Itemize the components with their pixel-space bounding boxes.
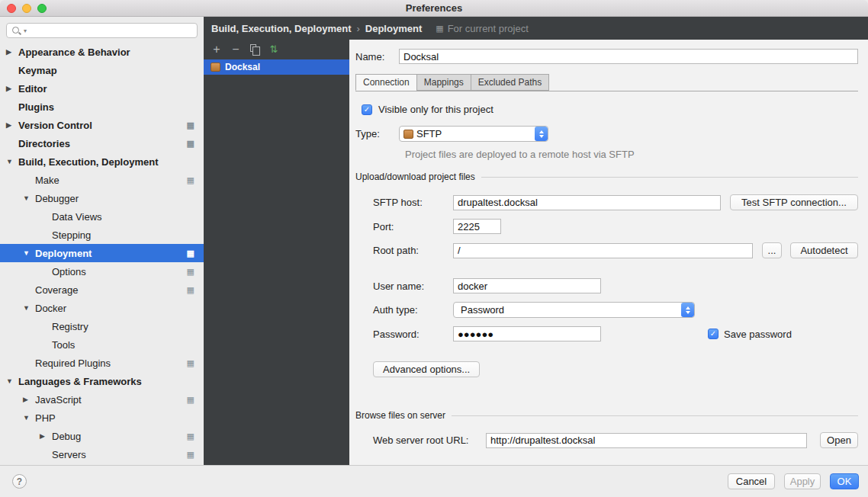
for-current-project-label: For current project [448, 23, 529, 34]
sidebar-item-label: Directories [18, 138, 70, 149]
preferences-window: Preferences ▾ ▶Appearance & BehaviorKeym… [0, 0, 868, 497]
autodetect-button[interactable]: Autodetect [790, 242, 858, 258]
breadcrumb-deployment[interactable]: Deployment [365, 23, 422, 34]
server-item-label: Docksal [225, 62, 260, 72]
sidebar-item-label: PHP [35, 412, 56, 424]
tab-excluded-paths[interactable]: Excluded Paths [471, 74, 549, 91]
sidebar-item-servers[interactable]: Servers▦ [0, 445, 204, 463]
sidebar-item-plugins[interactable]: Plugins [0, 98, 204, 116]
chevron-down-icon[interactable]: ▼ [6, 158, 18, 165]
minimize-window-button[interactable] [22, 4, 31, 13]
sidebar-item-coverage[interactable]: Coverage▦ [0, 281, 204, 299]
test-sftp-connection-button[interactable]: Test SFTP connection... [730, 194, 858, 210]
port-label: Port: [373, 221, 453, 232]
save-password-checkbox[interactable]: ✓ [708, 329, 719, 339]
zoom-window-button[interactable] [37, 4, 47, 13]
cancel-button[interactable]: Cancel [728, 473, 775, 489]
close-window-button[interactable] [7, 4, 16, 13]
sidebar-item-label: Tools [52, 339, 75, 351]
reorder-servers-icon[interactable]: ⇅ [268, 43, 279, 56]
open-button[interactable]: Open [820, 432, 858, 448]
chevron-down-icon[interactable]: ▼ [23, 249, 35, 257]
current-project-icon: ▦ [187, 285, 194, 295]
footer-buttons: Cancel Apply OK [728, 473, 859, 489]
current-project-icon: ▦ [187, 248, 194, 258]
sidebar-item-required-plugins[interactable]: Required Plugins▦ [0, 354, 204, 372]
connection-tabs: Connection Mappings Excluded Paths [355, 74, 858, 91]
web-root-input[interactable] [486, 433, 807, 448]
root-path-input[interactable] [453, 243, 753, 258]
sidebar-item-label: Servers [52, 449, 86, 460]
current-project-icon: ▦ [187, 431, 194, 441]
sidebar-item-languages-frameworks[interactable]: ▼Languages & Frameworks [0, 372, 204, 390]
chevron-down-icon[interactable]: ▼ [6, 377, 18, 385]
sidebar-item-options[interactable]: Options▦ [0, 262, 204, 281]
user-name-input[interactable] [453, 278, 601, 293]
select-stepper-icon [535, 127, 548, 141]
tab-connection[interactable]: Connection [355, 74, 416, 91]
sidebar-item-editor[interactable]: ▶Editor [0, 79, 204, 98]
sidebar-item-data-views[interactable]: Data Views [0, 207, 204, 226]
sftp-host-input[interactable] [453, 195, 721, 210]
chevron-down-icon: ▾ [24, 27, 27, 34]
chevron-down-icon[interactable]: ▼ [23, 414, 35, 422]
auth-type-select-value: Password [458, 304, 681, 316]
chevron-right-icon[interactable]: ▶ [6, 85, 18, 92]
sidebar-item-keymap[interactable]: Keymap [0, 61, 204, 79]
search-icon [11, 25, 22, 36]
browse-root-path-button[interactable]: ... [762, 242, 782, 258]
sidebar-item-stepping[interactable]: Stepping [0, 226, 204, 244]
settings-search[interactable]: ▾ [6, 23, 198, 38]
sidebar-item-deployment[interactable]: ▼Deployment▦ [0, 244, 204, 262]
sidebar-item-version-control[interactable]: ▶Version Control▦ [0, 116, 204, 134]
add-server-icon[interactable]: + [211, 43, 222, 56]
server-list-item-docksal[interactable]: Docksal [204, 59, 349, 75]
dialog-footer: ? Cancel Apply OK [0, 465, 868, 497]
sidebar-item-make[interactable]: Make▦ [0, 171, 204, 189]
help-button[interactable]: ? [12, 474, 27, 489]
select-stepper-icon [681, 303, 694, 317]
ok-button[interactable]: OK [830, 473, 859, 489]
auth-type-select[interactable]: Password [453, 302, 695, 318]
sidebar-item-debugger[interactable]: ▼Debugger [0, 189, 204, 207]
sidebar-item-directories[interactable]: Directories▦ [0, 134, 204, 152]
sidebar-item-label: Options [52, 266, 86, 277]
advanced-options-button[interactable]: Advanced options... [373, 361, 480, 377]
apply-button[interactable]: Apply [784, 473, 821, 489]
copy-server-icon[interactable] [249, 44, 260, 55]
type-select[interactable]: SFTP [399, 126, 548, 142]
chevron-down-icon[interactable]: ▼ [23, 194, 35, 202]
visible-only-checkbox[interactable]: ✓ [362, 104, 372, 115]
sidebar-item-appearance-behavior[interactable]: ▶Appearance & Behavior [0, 43, 204, 61]
chevron-right-icon[interactable]: ▶ [6, 48, 18, 56]
sidebar-item-label: Keymap [18, 65, 57, 76]
sidebar-item-docker[interactable]: ▼Docker [0, 299, 204, 317]
password-input[interactable] [453, 326, 601, 341]
chevron-right-icon[interactable]: ▶ [6, 121, 18, 129]
sidebar-item-build-execution-deployment[interactable]: ▼Build, Execution, Deployment [0, 152, 204, 171]
web-root-label: Web server root URL: [373, 434, 486, 446]
sidebar-item-debug[interactable]: ▶Debug▦ [0, 427, 204, 445]
sidebar-item-tools[interactable]: Tools [0, 335, 204, 354]
servers-panel: + − ⇅ Docksal [204, 40, 349, 465]
chevron-down-icon[interactable]: ▼ [23, 304, 35, 312]
window-title: Preferences [406, 2, 462, 14]
sidebar-item-php[interactable]: ▼PHP [0, 409, 204, 427]
chevron-right-icon[interactable]: ▶ [23, 396, 35, 403]
tab-mappings[interactable]: Mappings [416, 74, 471, 91]
search-input[interactable] [30, 25, 197, 36]
for-current-project-badge: ▦ For current project [436, 23, 529, 34]
sidebar-item-registry[interactable]: Registry [0, 317, 204, 335]
sidebar-item-javascript[interactable]: ▶JavaScript▦ [0, 390, 204, 409]
titlebar: Preferences [0, 0, 868, 17]
sidebar-item-label: Debugger [35, 193, 79, 204]
port-input[interactable] [453, 219, 501, 234]
breadcrumb-bar: Build, Execution, Deployment › Deploymen… [204, 17, 868, 40]
current-project-icon: ▦ [187, 139, 194, 149]
name-input[interactable] [399, 49, 858, 64]
remove-server-icon[interactable]: − [230, 43, 241, 56]
save-password-label: Save password [724, 329, 792, 340]
chevron-right-icon[interactable]: ▶ [40, 432, 52, 440]
breadcrumb-build-execution-deployment[interactable]: Build, Execution, Deployment [211, 23, 351, 34]
upload-section-header: Upload/download project files [355, 172, 858, 182]
